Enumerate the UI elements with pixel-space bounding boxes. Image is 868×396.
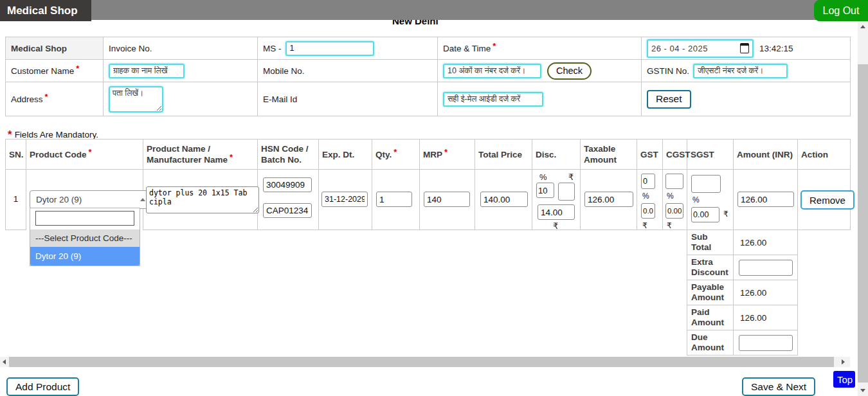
mobile-cell: Check	[438, 60, 642, 82]
gst-rs-input[interactable]	[641, 203, 655, 219]
product-code-dropdown: ---Select Product Code--- Dytor 20 (9)	[30, 208, 140, 266]
col-product-code: Product Code*	[26, 140, 143, 170]
gst-cell: % ₹	[637, 170, 663, 230]
sn-cell: 1	[6, 170, 26, 230]
invoice-no-input[interactable]	[285, 41, 374, 56]
cgst-rs-input[interactable]	[665, 203, 683, 219]
gst-pct-input[interactable]	[641, 174, 655, 189]
col-amount: Amount (INR)	[734, 140, 798, 170]
mrp-input[interactable]	[424, 192, 470, 207]
cgst-pct-input[interactable]	[665, 174, 683, 189]
address-textarea[interactable]	[109, 86, 163, 113]
calendar-icon[interactable]	[740, 43, 749, 53]
horizontal-scrollbar-thumb[interactable]	[9, 357, 834, 367]
total-price-cell	[475, 170, 532, 230]
extra-discount-input[interactable]	[739, 260, 793, 276]
selected-product-code: Dytor 20 (9)	[36, 195, 82, 204]
cgst-cell: % ₹	[663, 170, 687, 230]
due-amount-input[interactable]	[739, 335, 793, 351]
hsn-code-input[interactable]	[263, 177, 312, 192]
date-time-cell: 26 - 04 - 2025 13:42:15	[642, 37, 851, 60]
sn-value: 1	[6, 194, 26, 204]
extra-discount-row: ExtraDiscount	[687, 255, 798, 280]
vertical-scrollbar-thumb[interactable]	[858, 64, 868, 382]
col-total-price: Total Price	[475, 140, 532, 170]
col-disc: Disc.	[532, 140, 581, 170]
check-button[interactable]: Check	[547, 62, 592, 80]
product-table-header: SN. Product Code* Product Name /Manufact…	[6, 140, 851, 170]
shop-name-label: Medical Shop	[6, 37, 104, 60]
remove-button[interactable]: Remove	[800, 190, 854, 210]
mobile-input[interactable]	[443, 64, 541, 78]
dropdown-option-selected[interactable]: Dytor 20 (9)	[30, 247, 140, 266]
payable-amount-value: 126.00	[734, 280, 798, 305]
product-table: SN. Product Code* Product Name /Manufact…	[5, 139, 851, 230]
rupee-label: ₹	[568, 172, 574, 182]
disc-amount-input[interactable]	[538, 204, 575, 220]
medical-shop-app: New Delhi Medical Shop Log Out Medical S…	[0, 0, 868, 396]
required-marker: *	[230, 152, 233, 162]
col-mrp: MRP*	[420, 140, 475, 170]
address-label-cell: Address *	[6, 82, 104, 116]
customer-name-input[interactable]	[109, 64, 185, 78]
required-marker: *	[76, 64, 79, 73]
time-value: 13:42:15	[759, 44, 793, 53]
payable-amount-row: PayableAmount 126.00	[687, 280, 798, 305]
totals-summary: SubTotal 126.00 ExtraDiscount PayableAmo…	[687, 230, 798, 356]
date-time-label-cell: Date & Time *	[438, 37, 642, 60]
sgst-rs-input[interactable]	[691, 207, 719, 222]
reset-button[interactable]: Reset	[647, 90, 691, 109]
qty-cell	[372, 170, 420, 230]
date-input[interactable]: 26 - 04 - 2025	[647, 39, 754, 58]
scroll-left-icon[interactable]	[3, 359, 6, 364]
date-value: 26 - 04 - 2025	[651, 44, 708, 53]
dropdown-option-placeholder[interactable]: ---Select Product Code---	[30, 230, 140, 247]
col-gst: GST	[637, 140, 663, 170]
taxable-cell	[581, 170, 637, 230]
product-code-select[interactable]: Dytor 20 (9)	[30, 190, 152, 209]
dropdown-search-input[interactable]	[35, 211, 134, 226]
exp-date-input[interactable]	[321, 192, 368, 207]
col-action: Action	[798, 140, 851, 170]
gstin-input[interactable]	[693, 64, 788, 78]
rupee-label: ₹	[667, 221, 672, 230]
logout-button[interactable]: Log Out	[814, 0, 868, 21]
disc-pct-input[interactable]	[536, 183, 554, 198]
vertical-scrollbar[interactable]	[858, 21, 868, 396]
required-marker: *	[89, 147, 92, 157]
sgst-pct-input[interactable]	[691, 175, 721, 193]
col-qty: Qty.*	[372, 140, 420, 170]
product-name-cell: dytor plus 20 1x15 Tab cipla	[143, 170, 258, 230]
percent-label: %	[667, 192, 674, 201]
horizontal-scrollbar[interactable]	[0, 357, 850, 367]
scroll-up-icon[interactable]	[860, 25, 865, 28]
col-cgst: CGST	[663, 140, 687, 170]
required-marker: *	[393, 147, 397, 157]
scroll-right-icon[interactable]	[842, 359, 845, 364]
sgst-cell: % ₹	[687, 170, 734, 230]
top-button[interactable]: Top	[833, 371, 855, 388]
product-name-textarea[interactable]: dytor plus 20 1x15 Tab cipla	[146, 186, 259, 213]
col-product-name: Product Name /Manufacturer Name*	[143, 140, 258, 170]
disc-rs-input[interactable]	[558, 183, 575, 201]
scroll-down-icon[interactable]	[860, 389, 865, 392]
address-cell	[104, 82, 258, 116]
rupee-label: ₹	[553, 221, 558, 231]
app-title: Medical Shop	[0, 0, 91, 21]
rupee-label: ₹	[723, 210, 728, 219]
total-price-input[interactable]	[480, 192, 528, 207]
exp-date-cell	[319, 170, 372, 230]
invoice-form: Medical Shop Invoice No. MS - Date & Tim…	[5, 37, 851, 116]
add-product-button[interactable]: Add Product	[6, 377, 79, 396]
col-exp: Exp. Dt.	[319, 140, 372, 170]
mobile-label: Mobile No.	[258, 60, 438, 82]
taxable-input[interactable]	[584, 192, 633, 207]
qty-input[interactable]	[376, 192, 412, 207]
batch-no-input[interactable]	[263, 203, 312, 218]
email-input[interactable]	[443, 92, 543, 107]
required-marker: *	[444, 147, 448, 157]
amount-input[interactable]	[737, 192, 794, 207]
percent-label: %	[642, 192, 649, 201]
save-next-button[interactable]: Save & Next	[742, 377, 815, 396]
reset-cell: Reset	[642, 82, 851, 116]
